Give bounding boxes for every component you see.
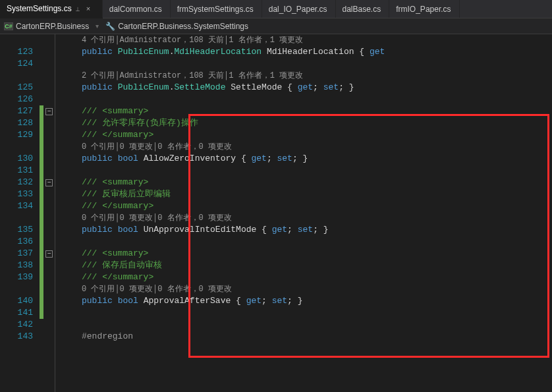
doc-comment: /// </summary> bbox=[55, 129, 552, 141]
code-line: public PublicEnum.MdiHeaderLocation MdiH… bbox=[55, 46, 552, 58]
doc-comment: /// <summary> bbox=[55, 248, 552, 260]
code-line: public bool ApprovalAfterSave { get; set… bbox=[55, 295, 552, 307]
line-number: 124 bbox=[0, 58, 33, 70]
pin-icon[interactable]: ⟂ bbox=[76, 5, 82, 13]
line-number bbox=[0, 34, 33, 46]
tab-bar: SystemSettings.cs ⟂ × dalCommon.cs frmSy… bbox=[0, 0, 552, 18]
tab-label: frmSystemSettings.cs bbox=[177, 5, 254, 14]
code-line: public bool UnApprovalIntoEditMode { get… bbox=[55, 224, 552, 236]
csharp-file-icon: C# bbox=[4, 22, 13, 30]
tab-label: dalCommon.cs bbox=[109, 5, 162, 14]
tab-frmsystemsettings[interactable]: frmSystemSettings.cs bbox=[171, 0, 262, 18]
doc-comment: /// </summary> bbox=[55, 200, 552, 212]
doc-comment: /// 保存后自动审核 bbox=[55, 260, 552, 271]
line-number bbox=[0, 141, 33, 153]
tab-dalbase[interactable]: dalBase.cs bbox=[336, 0, 390, 18]
line-number bbox=[0, 283, 33, 295]
line-number bbox=[0, 70, 33, 82]
line-number: 130 bbox=[0, 153, 33, 165]
fold-toggle-icon[interactable]: − bbox=[45, 108, 53, 115]
line-number: 139 bbox=[0, 271, 33, 283]
tab-label: frmIO_Paper.cs bbox=[396, 5, 451, 14]
breadcrumb: C# CartonERP.Business ▾ 🔧 CartonERP.Busi… bbox=[0, 18, 552, 34]
code-line bbox=[55, 94, 552, 105]
breadcrumb-class[interactable]: 🔧 CartonERP.Business.SystemSettings bbox=[105, 22, 255, 31]
line-number: 125 bbox=[0, 82, 33, 94]
doc-comment: /// 反审核后立即编辑 bbox=[55, 188, 552, 200]
code-lens[interactable]: 4 个引用│Administrator，108 天前│1 名作者，1 项更改 bbox=[55, 34, 552, 46]
code-lens[interactable]: 0 个引用│0 项更改│0 名作者，0 项更改 bbox=[55, 141, 552, 153]
region-directive: #endregion bbox=[55, 331, 552, 343]
code-line bbox=[55, 319, 552, 331]
tab-label: dalBase.cs bbox=[343, 5, 381, 14]
line-number: 140 bbox=[0, 295, 33, 307]
code-line bbox=[55, 58, 552, 70]
tab-label: SystemSettings.cs bbox=[7, 4, 72, 13]
code-line bbox=[55, 165, 552, 177]
fold-toggle-icon[interactable]: − bbox=[45, 179, 53, 186]
line-number: 132 bbox=[0, 177, 33, 188]
code-line bbox=[55, 307, 552, 319]
tab-dal-io-paper[interactable]: dal_IO_Paper.cs bbox=[262, 0, 336, 18]
line-number: 127 bbox=[0, 105, 33, 117]
line-number: 133 bbox=[0, 188, 33, 200]
line-number: 136 bbox=[0, 236, 33, 248]
line-number: 141 bbox=[0, 307, 33, 319]
code-line bbox=[55, 236, 552, 248]
tab-label: dal_IO_Paper.cs bbox=[269, 5, 327, 14]
doc-comment: /// </summary> bbox=[55, 271, 552, 283]
namespace-label: CartonERP.Business bbox=[16, 22, 89, 31]
tab-dalcommon[interactable]: dalCommon.cs bbox=[103, 0, 171, 18]
line-number: 128 bbox=[0, 117, 33, 129]
line-number: 143 bbox=[0, 331, 33, 343]
line-number: 129 bbox=[0, 129, 33, 141]
code-line: public bool AllowZeroInventory { get; se… bbox=[55, 153, 552, 165]
line-number: 134 bbox=[0, 200, 33, 212]
tab-frmio-paper[interactable]: frmIO_Paper.cs bbox=[389, 0, 459, 18]
code-lens[interactable]: 2 个引用│Administrator，108 天前│1 名作者，1 项更改 bbox=[55, 70, 552, 82]
doc-comment: /// <summary> bbox=[55, 105, 552, 117]
code-line: public PublicEnum.SettleMode SettleMode … bbox=[55, 82, 552, 94]
line-number: 138 bbox=[0, 260, 33, 271]
close-icon[interactable]: × bbox=[86, 5, 94, 13]
line-number-gutter: 123 124 125 126 127 128 129 130 131 132 … bbox=[0, 34, 40, 392]
line-number: 126 bbox=[0, 94, 33, 105]
line-number: 123 bbox=[0, 46, 33, 58]
line-number: 131 bbox=[0, 165, 33, 177]
code-lens[interactable]: 0 个引用│0 项更改│0 名作者，0 项更改 bbox=[55, 283, 552, 295]
line-number: 142 bbox=[0, 319, 33, 331]
line-number: 135 bbox=[0, 224, 33, 236]
code-lens[interactable]: 0 个引用│0 项更改│0 名作者，0 项更改 bbox=[55, 212, 552, 224]
tab-systemsettings[interactable]: SystemSettings.cs ⟂ × bbox=[0, 0, 103, 18]
code-editor[interactable]: 123 124 125 126 127 128 129 130 131 132 … bbox=[0, 34, 552, 392]
breadcrumb-separator: ▾ bbox=[96, 22, 105, 30]
line-number bbox=[0, 212, 33, 224]
fold-gutter: − − − bbox=[43, 34, 55, 392]
breadcrumb-namespace[interactable]: C# CartonERP.Business bbox=[4, 22, 96, 31]
line-number: 137 bbox=[0, 248, 33, 260]
code-content[interactable]: 4 个引用│Administrator，108 天前│1 名作者，1 项更改 p… bbox=[55, 34, 552, 392]
fold-toggle-icon[interactable]: − bbox=[45, 250, 53, 258]
doc-comment: /// <summary> bbox=[55, 177, 552, 188]
doc-comment: /// 允许零库存(负库存)操作 bbox=[55, 117, 552, 129]
class-icon: 🔧 bbox=[105, 22, 115, 31]
class-label: CartonERP.Business.SystemSettings bbox=[118, 22, 248, 31]
